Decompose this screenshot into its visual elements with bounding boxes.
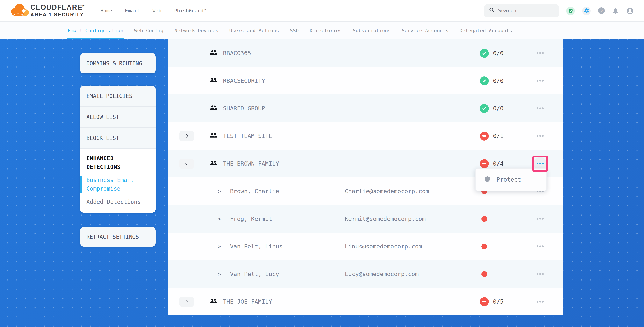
content-area: DOMAINS & ROUTING EMAIL POLICIES ALLOW L… bbox=[0, 39, 644, 327]
child-marker: > bbox=[218, 188, 221, 194]
group-name: SHARED_GROUP bbox=[223, 105, 265, 112]
sidebar-item-retract-settings[interactable]: RETRACT SETTINGS bbox=[80, 227, 156, 247]
row-menu-button[interactable] bbox=[534, 267, 547, 281]
top-header: CLOUDFLARE® AREA 1 SECURITY Home Email W… bbox=[0, 0, 644, 22]
sidebar-item-business-email-compromise[interactable]: Business Email Compromise bbox=[80, 176, 150, 193]
row-menu-button[interactable] bbox=[534, 240, 547, 253]
member-email: Lucy@somedemocorp.com bbox=[345, 271, 418, 278]
context-menu-item-label: Protect bbox=[496, 176, 521, 183]
member-count: 0/0 bbox=[493, 49, 504, 56]
shield-icon bbox=[484, 175, 491, 184]
row-menu-button-active[interactable] bbox=[534, 157, 547, 170]
row-menu-button[interactable] bbox=[534, 46, 547, 60]
tab-delegated-accounts[interactable]: Delegated Accounts bbox=[459, 22, 512, 39]
tab-directories[interactable]: Directories bbox=[310, 22, 342, 39]
table-row[interactable]: TEST TEAM SITE 0/1 bbox=[168, 122, 564, 150]
sidebar-enhanced-detections: ENHANCED DETECTIONS Business Email Compr… bbox=[80, 149, 156, 213]
nav-item-home[interactable]: Home bbox=[100, 8, 112, 13]
status-badge bbox=[480, 131, 489, 140]
tab-users-and-actions[interactable]: Users and Actions bbox=[229, 22, 279, 39]
member-name: Van Pelt, Lucy bbox=[230, 271, 279, 278]
expand-button[interactable] bbox=[180, 297, 194, 307]
table-row[interactable]: THE JOE FAMILY 0/5 bbox=[168, 288, 564, 315]
member-name: Frog, Kermit bbox=[230, 215, 272, 222]
tab-web-config[interactable]: Web Config bbox=[134, 22, 164, 39]
group-name: THE JOE FAMILY bbox=[223, 298, 272, 305]
alert-dot bbox=[481, 271, 487, 277]
table-row[interactable]: RBACO365 0/0 bbox=[168, 39, 564, 67]
member-name: Brown, Charlie bbox=[230, 188, 279, 195]
member-email: Charlie@somedemocorp.com bbox=[345, 188, 429, 195]
section-tabs: Email Configuration Web Config Network D… bbox=[0, 22, 644, 39]
member-count: 0/0 bbox=[493, 77, 504, 84]
expand-button[interactable] bbox=[180, 131, 194, 141]
nav-item-web[interactable]: Web bbox=[152, 8, 161, 13]
status-badge bbox=[480, 297, 489, 306]
settings-gear-icon[interactable] bbox=[582, 6, 591, 15]
table-row[interactable]: SHARED_GROUP 0/0 bbox=[168, 94, 564, 122]
child-marker: > bbox=[218, 271, 221, 277]
logo-product: AREA 1 SECURITY bbox=[30, 12, 85, 17]
group-icon bbox=[210, 76, 218, 85]
member-count: 0/1 bbox=[493, 132, 504, 139]
sidebar-item-block-list[interactable]: BLOCK LIST bbox=[80, 128, 156, 149]
row-menu-button[interactable] bbox=[534, 102, 547, 115]
nav-item-phishguard[interactable]: PhishGuard™ bbox=[174, 8, 206, 13]
help-icon[interactable]: ? bbox=[598, 7, 605, 14]
tab-email-configuration[interactable]: Email Configuration bbox=[68, 22, 123, 39]
table-row[interactable]: > Van Pelt, Lucy Lucy@somedemocorp.com bbox=[168, 260, 564, 288]
group-icon bbox=[210, 48, 218, 58]
collapse-button[interactable] bbox=[180, 158, 194, 169]
table-row[interactable]: > Van Pelt, Linus Linus@somedemocorp.com bbox=[168, 233, 564, 260]
row-menu-button[interactable] bbox=[534, 74, 547, 87]
sidebar-item-email-policies[interactable]: EMAIL POLICIES bbox=[80, 85, 156, 106]
status-badge bbox=[480, 76, 489, 85]
group-icon bbox=[210, 131, 218, 141]
group-name: RBACO365 bbox=[223, 49, 251, 56]
table-row[interactable]: RBACSECURITY 0/0 bbox=[168, 67, 564, 94]
cloudflare-logo[interactable]: CLOUDFLARE® AREA 1 SECURITY bbox=[11, 2, 85, 19]
child-marker: > bbox=[218, 243, 221, 249]
header-right: ? bbox=[484, 4, 644, 17]
search-box[interactable] bbox=[484, 4, 559, 17]
header-nav: Home Email Web PhishGuard™ bbox=[100, 8, 206, 13]
group-name: RBACSECURITY bbox=[223, 77, 265, 84]
bell-icon[interactable] bbox=[612, 7, 619, 14]
sidebar-item-allow-list[interactable]: ALLOW LIST bbox=[80, 106, 156, 128]
tab-network-devices[interactable]: Network Devices bbox=[174, 22, 218, 39]
status-badge bbox=[480, 104, 489, 113]
group-name: TEST TEAM SITE bbox=[223, 132, 272, 139]
alert-dot bbox=[481, 243, 487, 249]
child-marker: > bbox=[218, 216, 221, 222]
group-icon bbox=[210, 159, 218, 168]
tab-sso[interactable]: SSO bbox=[290, 22, 299, 39]
search-icon bbox=[489, 7, 494, 14]
member-name: Van Pelt, Linus bbox=[230, 243, 283, 250]
sidebar-item-added-detections[interactable]: Added Detections bbox=[86, 198, 150, 206]
context-menu-protect[interactable]: Protect bbox=[475, 168, 547, 191]
alert-dot bbox=[481, 216, 487, 222]
account-icon[interactable] bbox=[626, 7, 634, 14]
tab-service-accounts[interactable]: Service Accounts bbox=[402, 22, 449, 39]
tab-subscriptions[interactable]: Subscriptions bbox=[353, 22, 391, 39]
table-row[interactable]: > Frog, Kermit Kermit@somedemocorp.com bbox=[168, 205, 564, 233]
status-badge bbox=[480, 159, 489, 168]
logo-brand: CLOUDFLARE® bbox=[30, 4, 85, 11]
row-menu-button[interactable] bbox=[534, 212, 547, 225]
search-input[interactable] bbox=[498, 8, 552, 13]
enhanced-detections-title: ENHANCED DETECTIONS bbox=[86, 154, 150, 171]
member-email: Kermit@somedemocorp.com bbox=[345, 215, 426, 222]
shield-check-icon[interactable] bbox=[566, 6, 575, 15]
group-icon bbox=[210, 104, 218, 113]
member-email: Linus@somedemocorp.com bbox=[345, 243, 422, 250]
row-menu-button[interactable] bbox=[534, 129, 547, 142]
cloudflare-cloud-icon bbox=[11, 2, 29, 19]
sidebar-item-domains-routing[interactable]: DOMAINS & ROUTING bbox=[80, 53, 156, 73]
member-count: 0/4 bbox=[493, 160, 504, 167]
group-name: THE BROWN FAMILY bbox=[223, 160, 279, 167]
row-menu-button[interactable] bbox=[534, 295, 547, 308]
group-icon bbox=[210, 297, 218, 306]
status-badge bbox=[480, 49, 489, 57]
member-count: 0/0 bbox=[493, 105, 504, 112]
nav-item-email[interactable]: Email bbox=[125, 8, 140, 13]
